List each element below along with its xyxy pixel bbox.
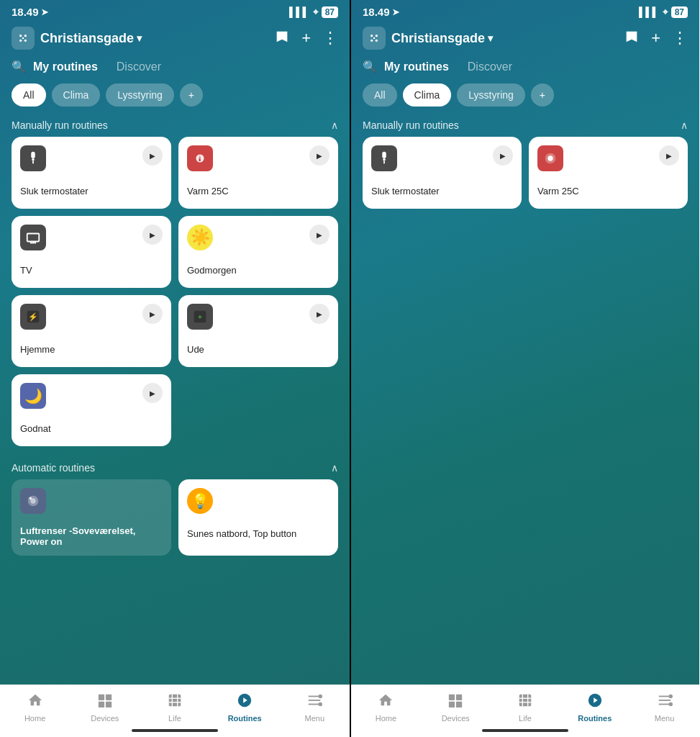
routine-card-godnat[interactable]: 🌙 ▶ Godnat [12, 374, 171, 446]
svg-rect-22 [99, 695, 104, 700]
header-location-left[interactable]: Christiansgade ▾ [40, 31, 268, 46]
nav-routines-right[interactable]: Routines [573, 692, 617, 723]
routine-name-godmorgen: Godmorgen [187, 265, 329, 276]
svg-rect-51 [456, 702, 462, 707]
discover-tab[interactable]: Discover [117, 60, 161, 73]
svg-point-0 [19, 35, 22, 37]
chip-clima-right[interactable]: Clima [403, 83, 452, 107]
manual-routines-grid-right: ▶ Sluk termostater ▶ Varm 25C [351, 137, 699, 209]
nav-menu-right[interactable]: Menu [643, 692, 686, 723]
play-godnat[interactable]: ▶ [142, 383, 163, 403]
auto-routine-luftrenser[interactable]: Luftrenser -Soveværelset, Power on [12, 479, 171, 556]
svg-point-40 [371, 40, 373, 42]
search-icon-left: 🔍 [12, 60, 26, 73]
search-bar-right[interactable]: 🔍 My routines Discover [351, 55, 699, 78]
wifi-icon-right: ⌖ [663, 6, 668, 18]
content-right: Manually run routines ∧ ▶ Sluk termostat… [351, 112, 699, 737]
signal-icon-right: ▌▌▌ [639, 6, 659, 17]
battery-right: 87 [671, 6, 688, 18]
nav-life-left[interactable]: Life [153, 692, 196, 723]
life-label-right: Life [519, 714, 532, 723]
routine-card-tv[interactable]: ▶ TV [12, 216, 171, 288]
svg-point-42 [373, 37, 376, 40]
life-icon-right [517, 692, 533, 712]
svg-text:+: + [198, 312, 202, 321]
add-icon-right[interactable]: + [651, 29, 660, 48]
play-sluk-right[interactable]: ▶ [493, 145, 513, 166]
play-ude[interactable]: ▶ [309, 304, 329, 324]
chip-all-right[interactable]: All [363, 83, 397, 107]
routine-icon-sluk-right [371, 145, 397, 171]
routine-card-godmorgen[interactable]: ☀️ ▶ Godmorgen [178, 216, 338, 288]
chip-lysstyring-right[interactable]: Lysstyring [457, 83, 525, 107]
nav-home-right[interactable]: Home [364, 692, 407, 723]
right-phone-panel: 18.49 ➤ ▌▌▌ ⌖ 87 Christiansgade ▾ [350, 0, 699, 737]
routine-icon-hjemme: ⚡ [20, 304, 46, 330]
svg-rect-26 [169, 695, 181, 707]
routine-card-sluk-right[interactable]: ▶ Sluk termostater [363, 137, 522, 209]
collapse-auto-left[interactable]: ∧ [331, 462, 338, 474]
chip-all-left[interactable]: All [12, 83, 46, 107]
svg-rect-50 [449, 702, 455, 707]
header-location-right[interactable]: Christiansgade ▾ [391, 31, 618, 46]
routine-icon-varm-right [537, 145, 563, 171]
home-indicator-right [482, 729, 568, 732]
play-varm-right[interactable]: ▶ [659, 145, 679, 166]
bookmark-icon-right[interactable] [624, 29, 640, 48]
routine-name-tv: TV [20, 265, 163, 276]
location-icon-left [12, 27, 35, 50]
svg-rect-23 [106, 695, 112, 700]
more-icon-right[interactable]: ⋮ [672, 29, 688, 48]
bookmark-icon-left[interactable] [274, 29, 290, 48]
chip-clima-left[interactable]: Clima [52, 83, 101, 107]
status-icons-left: ▌▌▌ ⌖ 87 [289, 6, 338, 18]
collapse-manual-left[interactable]: ∧ [331, 119, 338, 131]
play-tv[interactable]: ▶ [142, 225, 163, 245]
auto-icon-luftrenser [20, 488, 46, 514]
svg-point-39 [376, 35, 378, 37]
play-hjemme[interactable]: ▶ [142, 304, 163, 324]
add-icon-left[interactable]: + [301, 29, 311, 48]
manual-section-header-right: Manually run routines ∧ [351, 112, 699, 137]
routine-icon-godnat: 🌙 [20, 383, 46, 409]
home-indicator-left [132, 729, 218, 732]
nav-devices-right[interactable]: Devices [434, 692, 477, 723]
my-routines-tab-right[interactable]: My routines [384, 60, 449, 73]
routine-icon-ude: + [187, 304, 213, 330]
nav-devices-left[interactable]: Devices [83, 692, 127, 723]
collapse-manual-right[interactable]: ∧ [681, 119, 688, 131]
play-varm[interactable]: ▶ [309, 145, 329, 166]
routine-name-hjemme: Hjemme [20, 344, 163, 355]
auto-routine-sunes[interactable]: 💡 Sunes natbord, Top button [178, 479, 338, 556]
svg-rect-49 [456, 695, 462, 700]
routines-icon-right [587, 692, 603, 712]
menu-icon-left [306, 692, 322, 712]
discover-tab-right[interactable]: Discover [468, 60, 512, 73]
routine-card-varm[interactable]: 🌡 ▶ Varm 25C [178, 137, 338, 209]
nav-life-right[interactable]: Life [504, 692, 547, 723]
routine-card-varm-right[interactable]: ▶ Varm 25C [529, 137, 688, 209]
content-left: Manually run routines ∧ ▶ Sluk termostat… [0, 112, 350, 737]
nav-home-left[interactable]: Home [14, 692, 57, 723]
play-sluk[interactable]: ▶ [142, 145, 163, 166]
chip-lysstyring-left[interactable]: Lysstyring [106, 83, 174, 107]
filter-chips-right: All Clima Lysstyring + [351, 78, 699, 112]
devices-label-left: Devices [91, 714, 119, 723]
routine-icon-sluk [20, 145, 46, 171]
location-arrow-left: ➤ [41, 7, 48, 17]
more-icon-left[interactable]: ⋮ [322, 29, 338, 48]
svg-rect-48 [449, 695, 455, 700]
chip-add-right[interactable]: + [531, 83, 554, 107]
chip-add-left[interactable]: + [180, 83, 203, 107]
location-arrow-right: ➤ [392, 7, 399, 17]
nav-menu-left[interactable]: Menu [293, 692, 336, 723]
location-icon-right [363, 27, 386, 50]
search-bar-left[interactable]: 🔍 My routines Discover [0, 55, 350, 78]
play-godmorgen[interactable]: ▶ [309, 225, 329, 245]
routine-card-hjemme[interactable]: ⚡ ▶ Hjemme [12, 295, 171, 367]
my-routines-tab[interactable]: My routines [33, 60, 98, 73]
routine-card-sluk[interactable]: ▶ Sluk termostater [12, 137, 171, 209]
status-time-left: 18.49 ➤ [12, 6, 48, 18]
nav-routines-left[interactable]: Routines [223, 692, 266, 723]
routine-card-ude[interactable]: + ▶ Ude [178, 295, 338, 367]
